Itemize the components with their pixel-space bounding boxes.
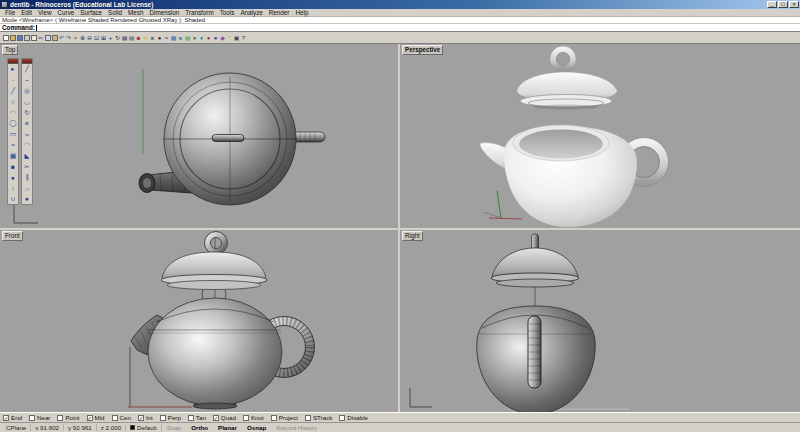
split-icon[interactable]: ∥ [22, 172, 32, 183]
render-sphere-blue-icon[interactable]: ● [212, 33, 219, 43]
menu-analyze[interactable]: Analyze [237, 9, 265, 17]
help-icon[interactable]: ? [240, 33, 247, 43]
point-icon[interactable]: · [8, 75, 18, 86]
loft-icon[interactable]: ≡ [22, 118, 32, 129]
lamp-icon[interactable]: ● [142, 33, 149, 43]
layer-pane[interactable]: Default [126, 424, 162, 431]
osnap-knot[interactable]: Knot [243, 414, 264, 421]
osnap-end[interactable]: ✓End [3, 414, 22, 421]
layers-icon[interactable]: ▤ [128, 33, 135, 43]
zoom-extents-icon[interactable]: ⊡ [93, 33, 100, 43]
light-icon[interactable]: * [226, 33, 233, 43]
cplane-button[interactable]: CPlane [2, 424, 31, 431]
rotate-view-icon[interactable]: ↻ [114, 33, 121, 43]
osnap-knot-checkbox[interactable] [243, 415, 249, 421]
zoom-window-icon[interactable]: ⊞ [100, 33, 107, 43]
osnap-near-checkbox[interactable] [29, 415, 35, 421]
grid-snap-icon[interactable]: ▦ [121, 33, 128, 43]
osnap-quad-checkbox[interactable]: ✓ [213, 415, 219, 421]
viewport-label-top[interactable]: Top [2, 45, 18, 55]
sphere-icon[interactable]: ● [8, 172, 18, 183]
status-record-history[interactable]: Record History [271, 424, 322, 431]
render-sphere-cyan-icon[interactable]: ● [198, 33, 205, 43]
osnap-project-checkbox[interactable] [271, 415, 277, 421]
viewport-top[interactable]: Top ·· ▸·╱○◠◯▭≈▦■●↑∪ ·· ╱~◎◡↻≡≈◠◣✂∥∩● [0, 44, 398, 228]
select-icon[interactable]: ▸ [8, 64, 18, 75]
lock-icon[interactable]: ■ [149, 33, 156, 43]
menu-dimension[interactable]: Dimension [146, 9, 182, 17]
camera-icon[interactable]: ▣ [233, 33, 240, 43]
delete-icon[interactable]: × [72, 33, 79, 43]
shade-icon[interactable]: ● [22, 194, 32, 205]
osnap-cen[interactable]: Cen [112, 414, 131, 421]
extrude-icon[interactable]: ↑ [8, 183, 18, 194]
boolean-icon[interactable]: ∩ [22, 183, 32, 194]
osnap-disable[interactable]: Disable [339, 414, 368, 421]
menu-mesh[interactable]: Mesh [125, 9, 146, 17]
menu-render[interactable]: Render [266, 9, 293, 17]
menu-curve[interactable]: Curve [55, 9, 78, 17]
zoom-out-icon[interactable]: ⊖ [86, 33, 93, 43]
menu-tools[interactable]: Tools [217, 9, 238, 17]
rectangle-icon[interactable]: ▭ [8, 129, 18, 140]
fillet-icon[interactable]: ◠ [22, 140, 32, 151]
open-file-icon[interactable] [9, 33, 16, 43]
solid-tool-icon[interactable]: ■ [177, 33, 184, 43]
status-osnap[interactable]: Osnap [242, 424, 271, 431]
freeform-curve-icon[interactable]: ≈ [8, 140, 18, 151]
new-file-icon[interactable] [2, 33, 9, 43]
box-icon[interactable]: ■ [8, 161, 18, 172]
osnap-mid[interactable]: ✓Mid [87, 414, 105, 421]
copy-clipboard-icon[interactable] [44, 33, 51, 43]
pan-view-icon[interactable]: + [107, 33, 114, 43]
menu-file[interactable]: File [2, 9, 18, 17]
viewport-label-right[interactable]: Right [402, 231, 423, 241]
menu-edit[interactable]: Edit [18, 9, 35, 17]
menu-help[interactable]: Help [292, 9, 311, 17]
osnap-mid-checkbox[interactable]: ✓ [87, 415, 93, 421]
osnap-cen-checkbox[interactable] [112, 415, 118, 421]
circle-icon[interactable]: ○ [8, 96, 18, 107]
arc-icon[interactable]: ◠ [8, 107, 18, 118]
sweep-icon[interactable]: ≈ [22, 129, 32, 140]
viewport-front[interactable]: Front [0, 230, 398, 412]
zoom-in-icon[interactable]: ⊕ [79, 33, 86, 43]
trim-icon[interactable]: ✂ [22, 161, 32, 172]
viewport-right[interactable]: Right [400, 230, 800, 412]
viewport-label-front[interactable]: Front [2, 231, 23, 241]
polyline-icon[interactable]: ╱ [8, 86, 18, 97]
status-planar[interactable]: Planar [213, 424, 242, 431]
menu-surface[interactable]: Surface [77, 9, 105, 17]
osnap-tan-checkbox[interactable] [188, 415, 194, 421]
render-sphere-red-icon[interactable]: ● [205, 33, 212, 43]
close-button[interactable]: × [789, 1, 799, 8]
osnap-disable-checkbox[interactable] [339, 415, 345, 421]
osnap-int-checkbox[interactable]: ✓ [138, 415, 144, 421]
maximize-button[interactable]: □ [778, 1, 788, 8]
status-ortho[interactable]: Ortho [186, 424, 213, 431]
redo-icon[interactable]: ↷ [65, 33, 72, 43]
save-icon[interactable] [16, 33, 23, 43]
surface-icon[interactable]: ▦ [8, 150, 18, 161]
circle-center-icon[interactable]: ◎ [22, 86, 32, 97]
print-icon[interactable] [23, 33, 30, 43]
osnap-strack[interactable]: STrack [305, 414, 332, 421]
osnap-int[interactable]: ✓Int [138, 414, 153, 421]
viewport-perspective[interactable]: Perspective [400, 44, 800, 228]
osnap-perp-checkbox[interactable] [160, 415, 166, 421]
curve-tool-icon[interactable]: ≈ [163, 33, 170, 43]
mesh-tool-icon[interactable]: ▦ [184, 33, 191, 43]
line-icon[interactable]: ╱ [22, 64, 32, 75]
cut-icon[interactable]: ✂ [37, 33, 44, 43]
join-icon[interactable]: ∪ [8, 194, 18, 205]
minimize-button[interactable]: _ [767, 1, 777, 8]
command-input[interactable]: Command: [0, 24, 800, 32]
osnap-quad[interactable]: ✓Quad [213, 414, 236, 421]
revolve-icon[interactable]: ↻ [22, 107, 32, 118]
point-icon[interactable]: ● [156, 33, 163, 43]
osnap-perp[interactable]: Perp [160, 414, 181, 421]
paste-icon[interactable] [51, 33, 58, 43]
chamfer-icon[interactable]: ◣ [22, 150, 32, 161]
stop-icon[interactable]: ■ [135, 33, 142, 43]
surface-tool-icon[interactable]: ▦ [170, 33, 177, 43]
